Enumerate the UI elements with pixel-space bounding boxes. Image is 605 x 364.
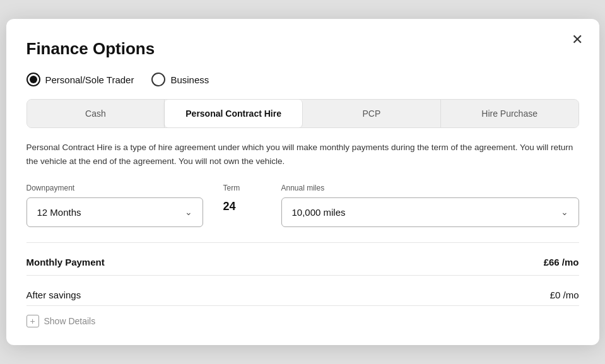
- show-details-label: Show Details: [44, 316, 96, 326]
- after-savings-row: After savings £0 /mo: [26, 285, 579, 305]
- annual-miles-select[interactable]: 10,000 miles ⌄: [281, 197, 579, 227]
- show-details-icon: +: [26, 315, 39, 327]
- close-button[interactable]: ✕: [569, 30, 585, 49]
- finance-description: Personal Contract Hire is a type of hire…: [26, 141, 579, 168]
- tab-personal-contract-hire[interactable]: Personal Contract Hire: [165, 100, 303, 127]
- radio-group: Personal/Sole Trader Business: [26, 73, 579, 86]
- modal-title: Finance Options: [26, 39, 579, 59]
- tab-pcp[interactable]: PCP: [303, 100, 441, 127]
- term-label: Term: [223, 184, 261, 192]
- divider-bottom: [26, 305, 579, 306]
- downpayment-label: Downpayment: [26, 184, 203, 192]
- divider-top: [26, 242, 579, 243]
- term-value: 24: [223, 197, 261, 213]
- radio-circle-business: [151, 73, 165, 86]
- chevron-down-icon-miles: ⌄: [561, 207, 568, 217]
- radio-label-personal: Personal/Sole Trader: [45, 74, 134, 85]
- tab-hire-purchase[interactable]: Hire Purchase: [441, 100, 579, 127]
- annual-miles-label: Annual miles: [281, 184, 579, 192]
- show-details-button[interactable]: + Show Details: [26, 315, 96, 327]
- monthly-payment-label: Monthly Payment: [26, 257, 105, 267]
- after-savings-value: £0 /mo: [550, 290, 579, 300]
- radio-personal-sole-trader[interactable]: Personal/Sole Trader: [26, 73, 134, 86]
- downpayment-value: 12 Months: [37, 207, 81, 218]
- monthly-payment-row: Monthly Payment £66 /mo: [26, 252, 579, 273]
- downpayment-group: Downpayment 12 Months ⌄: [26, 184, 203, 227]
- options-row: Downpayment 12 Months ⌄ Term 24 Annual m…: [26, 184, 579, 227]
- radio-label-business: Business: [170, 74, 209, 85]
- monthly-payment-value: £66 /mo: [544, 257, 579, 267]
- term-group: Term 24: [223, 184, 261, 213]
- downpayment-select[interactable]: 12 Months ⌄: [26, 197, 203, 227]
- radio-circle-personal: [26, 73, 40, 86]
- radio-business[interactable]: Business: [151, 73, 209, 86]
- finance-tabs: Cash Personal Contract Hire PCP Hire Pur…: [26, 99, 579, 128]
- divider-middle: [26, 275, 579, 276]
- chevron-down-icon: ⌄: [185, 207, 192, 217]
- modal-overlay: ✕ Finance Options Personal/Sole Trader B…: [0, 0, 605, 364]
- plus-icon: +: [30, 316, 35, 326]
- after-savings-label: After savings: [26, 290, 81, 300]
- finance-options-modal: ✕ Finance Options Personal/Sole Trader B…: [6, 19, 599, 344]
- annual-miles-group: Annual miles 10,000 miles ⌄: [281, 184, 579, 227]
- tab-cash[interactable]: Cash: [27, 100, 165, 127]
- annual-miles-value: 10,000 miles: [292, 207, 346, 218]
